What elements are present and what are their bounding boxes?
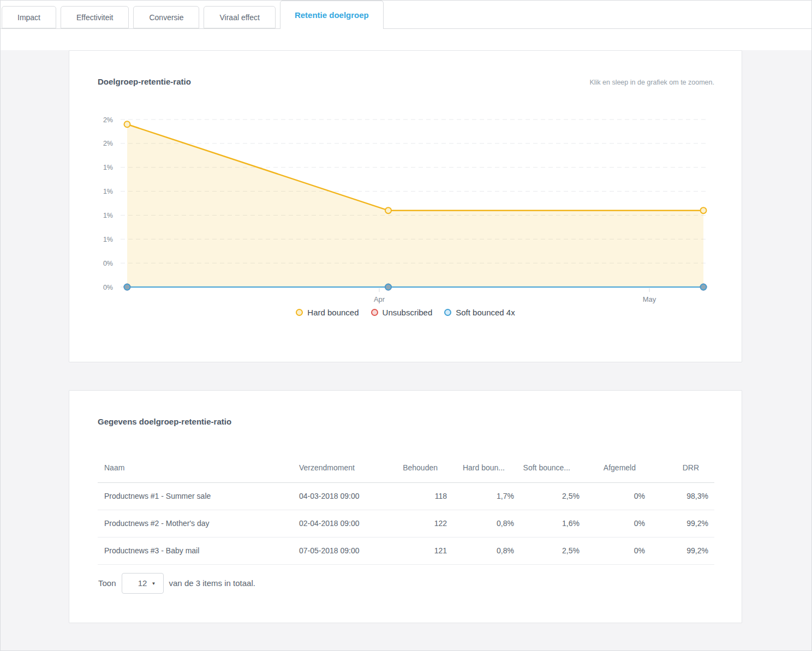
svg-text:Apr: Apr bbox=[374, 295, 385, 303]
cell-verzendmoment: 04-03-2018 09:00 bbox=[299, 482, 387, 510]
cell-behouden: 121 bbox=[387, 537, 453, 564]
column-header-drr: DRR bbox=[651, 457, 714, 482]
svg-text:0%: 0% bbox=[103, 284, 113, 291]
legend-label: Hard bounced bbox=[307, 308, 359, 317]
chart-title: Doelgroep-retentie-ratio bbox=[98, 77, 191, 86]
retention-chart[interactable]: 2%2%1%1%1%1%0%0%AprMay bbox=[69, 97, 742, 304]
cell-afgemeld: 0% bbox=[586, 510, 651, 537]
table-footer: Toon 12 ▼ van de 3 items in totaal. bbox=[98, 573, 713, 594]
tab-retentie-doelgroep[interactable]: Retentie doelgroep bbox=[280, 1, 384, 29]
svg-text:1%: 1% bbox=[103, 164, 113, 171]
chart-zoom-hint: Klik en sleep in de grafiek om te zoomen… bbox=[589, 79, 714, 86]
svg-text:2%: 2% bbox=[103, 116, 113, 124]
column-header-naam: Naam bbox=[98, 457, 299, 482]
hard-bounced-swatch-icon bbox=[296, 309, 303, 316]
page-size-label: Toon bbox=[98, 578, 116, 588]
svg-text:1%: 1% bbox=[103, 212, 113, 219]
column-header-afgemeld: Afgemeld bbox=[586, 457, 651, 482]
cell-hard-bounced: 0,8% bbox=[453, 537, 520, 564]
cell-drr: 99,2% bbox=[651, 537, 714, 564]
column-header-behouden: Behouden bbox=[387, 457, 453, 482]
tab-effectiviteit[interactable]: Effectiviteit bbox=[61, 6, 129, 28]
cell-verzendmoment: 02-04-2018 09:00 bbox=[299, 510, 387, 537]
cell-afgemeld: 0% bbox=[586, 482, 651, 510]
retention-chart-card: Doelgroep-retentie-ratio Klik en sleep i… bbox=[69, 50, 742, 362]
column-header-hard-bounced: Hard boun... bbox=[453, 457, 520, 482]
retention-table-wrap: Naam Verzendmoment Behouden Hard boun...… bbox=[98, 457, 713, 565]
tab-viraal-effect[interactable]: Viraal effect bbox=[204, 6, 275, 28]
svg-text:1%: 1% bbox=[103, 188, 113, 195]
cell-soft-bounced: 2,5% bbox=[520, 537, 586, 564]
retention-chart-svg[interactable]: 2%2%1%1%1%1%0%0%AprMay bbox=[69, 97, 743, 304]
cell-naam: Productnews #2 - Mother's day bbox=[98, 510, 299, 537]
legend-item-unsubscribed[interactable]: Unsubscribed bbox=[371, 308, 433, 317]
table-card-header: Gegevens doelgroep-retentie-ratio bbox=[69, 391, 742, 426]
svg-text:2%: 2% bbox=[103, 140, 113, 147]
page-size-value: 12 bbox=[138, 578, 147, 588]
table-header-row: Naam Verzendmoment Behouden Hard boun...… bbox=[98, 457, 714, 482]
retention-table: Naam Verzendmoment Behouden Hard boun...… bbox=[98, 457, 714, 565]
cell-hard-bounced: 1,7% bbox=[453, 482, 520, 510]
svg-text:0%: 0% bbox=[103, 260, 113, 267]
cell-behouden: 118 bbox=[387, 482, 453, 510]
chart-legend: Hard bounced Unsubscribed Soft bounced 4… bbox=[69, 308, 742, 317]
svg-text:1%: 1% bbox=[103, 236, 113, 243]
cell-behouden: 122 bbox=[387, 510, 453, 537]
cell-drr: 99,2% bbox=[651, 510, 714, 537]
cell-soft-bounced: 1,6% bbox=[520, 510, 586, 537]
tab-conversie[interactable]: Conversie bbox=[133, 6, 199, 28]
items-total-text: van de 3 items in totaal. bbox=[169, 578, 255, 588]
cell-hard-bounced: 0,8% bbox=[453, 510, 520, 537]
content-panel: Doelgroep-retentie-ratio Klik en sleep i… bbox=[1, 50, 811, 651]
chart-card-header: Doelgroep-retentie-ratio Klik en sleep i… bbox=[69, 51, 742, 86]
page-size-select[interactable]: 12 ▼ bbox=[122, 573, 164, 594]
retention-data-card: Gegevens doelgroep-retentie-ratio Naam V… bbox=[69, 390, 742, 623]
legend-label: Unsubscribed bbox=[383, 308, 433, 317]
column-header-verzendmoment: Verzendmoment bbox=[299, 457, 387, 482]
table-row: Productnews #1 - Summer sale 04-03-2018 … bbox=[98, 482, 714, 510]
cell-soft-bounced: 2,5% bbox=[520, 482, 586, 510]
legend-label: Soft bounced 4x bbox=[456, 308, 515, 317]
table-title: Gegevens doelgroep-retentie-ratio bbox=[98, 417, 231, 426]
cell-naam: Productnews #3 - Baby mail bbox=[98, 537, 299, 564]
tab-bar: Impact Effectiviteit Conversie Viraal ef… bbox=[1, 1, 811, 29]
legend-item-hard-bounced[interactable]: Hard bounced bbox=[296, 308, 359, 317]
column-header-soft-bounced: Soft bounce... bbox=[520, 457, 586, 482]
table-row: Productnews #2 - Mother's day 02-04-2018… bbox=[98, 510, 714, 537]
tab-impact[interactable]: Impact bbox=[2, 6, 56, 28]
cell-drr: 98,3% bbox=[651, 482, 714, 510]
unsubscribed-swatch-icon bbox=[371, 309, 378, 316]
soft-bounced-swatch-icon bbox=[444, 309, 451, 316]
cell-afgemeld: 0% bbox=[586, 537, 651, 564]
chevron-down-icon: ▼ bbox=[152, 581, 156, 586]
cell-naam: Productnews #1 - Summer sale bbox=[98, 482, 299, 510]
app-viewport: Impact Effectiviteit Conversie Viraal ef… bbox=[0, 0, 812, 651]
cell-verzendmoment: 07-05-2018 09:00 bbox=[299, 537, 387, 564]
table-row: Productnews #3 - Baby mail 07-05-2018 09… bbox=[98, 537, 714, 564]
legend-item-soft-bounced[interactable]: Soft bounced 4x bbox=[444, 308, 515, 317]
svg-text:May: May bbox=[643, 295, 656, 303]
